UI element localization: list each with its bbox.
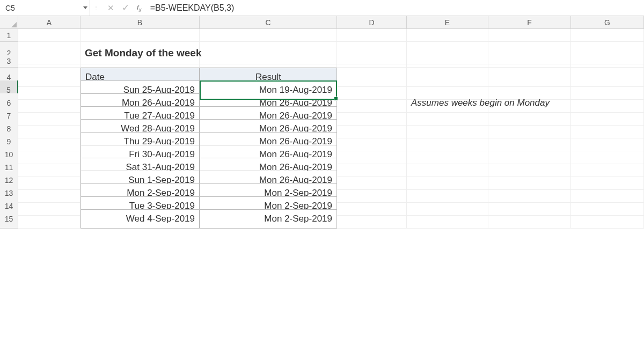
cell-F1[interactable] — [488, 29, 571, 42]
col-header-A[interactable]: A — [18, 16, 80, 29]
separator-icon: ⋮ — [93, 5, 99, 11]
cell-C3[interactable] — [200, 55, 337, 68]
cell-F15[interactable] — [488, 209, 571, 229]
row-header-1[interactable]: 1 — [0, 29, 18, 42]
formula-bar: C5 ⋮ ✕ ✓ fx =B5-WEEKDAY(B5,3) — [0, 0, 644, 16]
cell-A3[interactable] — [18, 55, 80, 68]
cell-E15[interactable] — [407, 209, 488, 229]
cell-A15[interactable] — [18, 209, 80, 229]
row-header-3[interactable]: 3 — [0, 55, 18, 68]
name-box[interactable]: C5 — [0, 0, 90, 16]
enter-icon[interactable]: ✓ — [122, 2, 129, 13]
cell-E3[interactable] — [407, 55, 488, 68]
cell-G3[interactable] — [571, 55, 644, 68]
cell-D3[interactable] — [337, 55, 407, 68]
note-text[interactable]: Assumes weeks begin on Monday — [407, 93, 488, 113]
col-header-F[interactable]: F — [488, 16, 571, 29]
col-header-D[interactable]: D — [337, 16, 407, 29]
cell-G15[interactable] — [571, 209, 644, 229]
col-header-C[interactable]: C — [200, 16, 337, 29]
cell-C1[interactable] — [200, 29, 337, 42]
page-title[interactable]: Get Monday of the week — [80, 42, 200, 64]
row-header-15[interactable]: 15 — [0, 209, 18, 229]
col-header-B[interactable]: B — [80, 16, 200, 29]
cancel-icon[interactable]: ✕ — [107, 3, 114, 13]
cell-A1[interactable] — [18, 29, 80, 42]
name-box-value: C5 — [5, 4, 80, 12]
cell-G1[interactable] — [571, 29, 644, 42]
col-header-G[interactable]: G — [571, 16, 644, 29]
cell-E1[interactable] — [407, 29, 488, 42]
formula-bar-buttons: ⋮ ✕ ✓ fx — [90, 0, 145, 16]
cell-D15[interactable] — [337, 209, 407, 229]
worksheet-grid[interactable]: A B C D E F G 1 2 Get Monday of the week… — [0, 16, 644, 222]
cell-B1[interactable] — [80, 29, 200, 42]
col-header-E[interactable]: E — [407, 16, 488, 29]
cell-C15[interactable]: Mon 2-Sep-2019 — [200, 209, 337, 229]
cell-C5[interactable]: Mon 19-Aug-2019 — [200, 80, 337, 100]
select-all-corner[interactable] — [0, 16, 18, 29]
cell-D1[interactable] — [337, 29, 407, 42]
fx-icon[interactable]: fx — [137, 3, 142, 13]
cell-F3[interactable] — [488, 55, 571, 68]
cell-B15[interactable]: Wed 4-Sep-2019 — [80, 209, 200, 229]
formula-input[interactable]: =B5-WEEKDAY(B5,3) — [145, 0, 644, 16]
chevron-down-icon[interactable] — [83, 6, 87, 9]
